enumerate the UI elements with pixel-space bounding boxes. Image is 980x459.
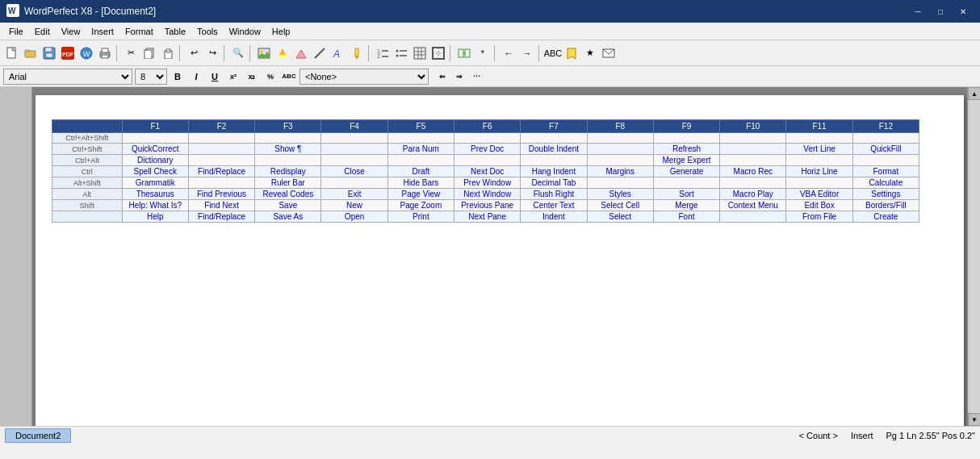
keyboard-shortcut-cell: Refresh — [653, 144, 719, 155]
table-border-button[interactable] — [429, 44, 447, 62]
insert-image-button[interactable] — [255, 44, 273, 62]
close-button[interactable]: ✕ — [953, 4, 974, 19]
toolbar-separator-6 — [450, 45, 453, 61]
keyboard-shortcut-cell: Sort — [653, 189, 719, 200]
publish-button[interactable]: W — [77, 44, 95, 62]
keyboard-shortcut-cell — [852, 133, 919, 144]
bold-button[interactable]: B — [170, 69, 186, 84]
keyboard-shortcut-cell: New — [321, 200, 387, 211]
svg-rect-7 — [45, 48, 52, 52]
svg-line-25 — [315, 48, 325, 58]
arrow-left-button[interactable]: ← — [500, 44, 517, 62]
eraser-button[interactable] — [292, 44, 310, 62]
keyboard-shortcut-cell: QuickFill — [852, 144, 919, 155]
save-button[interactable] — [40, 44, 58, 62]
marker-button[interactable] — [348, 44, 366, 62]
keyboard-shortcut-cell — [852, 155, 919, 166]
keyboard-shortcut-cell: Close — [321, 166, 387, 177]
redo-button[interactable]: ↪ — [203, 44, 221, 62]
scroll-track[interactable] — [968, 100, 980, 413]
menu-item-tools[interactable]: Tools — [191, 24, 224, 39]
title-bar: W WordPerfect X8 - [Document2] ─ □ ✕ — [0, 0, 980, 23]
find-button[interactable]: 🔍 — [229, 44, 247, 62]
copy-button[interactable] — [140, 44, 158, 62]
menu-item-format[interactable]: Format — [119, 24, 159, 39]
bookmark-button[interactable] — [563, 44, 580, 62]
font-selector[interactable]: Arial — [3, 69, 132, 85]
highlighter-button[interactable] — [274, 44, 291, 62]
menu-item-edit[interactable]: Edit — [29, 24, 56, 39]
list-ordered-button[interactable]: 1.2. — [374, 44, 392, 62]
table-row: HelpFind/ReplaceSave AsOpenPrintNext Pan… — [52, 211, 919, 223]
italic-button[interactable]: I — [188, 69, 204, 84]
keyboard-shortcut-cell: Save As — [255, 211, 321, 223]
table-row: ShiftHelp: What Is?Find NextSaveNewPage … — [52, 200, 919, 211]
svg-rect-14 — [102, 48, 108, 52]
scroll-down-button[interactable]: ▼ — [968, 413, 980, 426]
table-fkey-header-F7: F7 — [521, 120, 587, 133]
text-art-button[interactable]: A — [329, 44, 347, 62]
keyboard-shortcut-cell: Open — [321, 211, 387, 223]
envelope-button[interactable] — [600, 44, 618, 62]
macro-button[interactable]: * — [474, 44, 492, 62]
keyboard-shortcut-cell: Format — [852, 166, 919, 177]
modifier-cell: Ctrl — [52, 166, 123, 177]
format-more-button[interactable]: % — [262, 69, 279, 84]
pdf-button[interactable]: PDF — [59, 44, 77, 62]
indent-right-button[interactable]: ⇒ — [451, 69, 467, 84]
menu-item-view[interactable]: View — [56, 24, 86, 39]
menu-item-help[interactable]: Help — [266, 24, 296, 39]
spell-button[interactable]: ABC — [544, 44, 562, 62]
keyboard-shortcut-cell: From File — [786, 211, 852, 223]
toolbar: PDF W ✂ ↩ ↪ 🔍 A 1.2. — [0, 40, 980, 66]
modifier-cell: Alt+Shift — [52, 177, 123, 189]
paste-button[interactable] — [159, 44, 177, 62]
svg-marker-23 — [279, 48, 286, 55]
keyboard-shortcut-cell: Vert Line — [786, 144, 852, 155]
minimize-button[interactable]: ─ — [907, 4, 928, 19]
keyboard-shortcuts-table: F1F2F3F4F5F6F7F8F9F10F11F12 Ctrl+Alt+Shi… — [52, 119, 919, 223]
undo-button[interactable]: ↩ — [185, 44, 203, 62]
print-button[interactable] — [96, 44, 114, 62]
menu-item-insert[interactable]: Insert — [86, 24, 119, 39]
scroll-bar[interactable]: ▲ ▼ — [967, 87, 980, 426]
keyboard-shortcut-cell: Select — [587, 211, 653, 223]
star-button[interactable]: ★ — [581, 44, 599, 62]
document-tab[interactable]: Document2 — [5, 428, 71, 443]
arrow-right-button[interactable]: → — [518, 44, 536, 62]
cut-button[interactable]: ✂ — [122, 44, 140, 62]
table-insert-button[interactable] — [411, 44, 429, 62]
svg-rect-8 — [46, 53, 52, 57]
keyboard-shortcut-cell: Reveal Codes — [255, 189, 321, 200]
maximize-button[interactable]: □ — [930, 4, 951, 19]
subscript-button[interactable]: x₂ — [244, 69, 260, 84]
document-page: F1F2F3F4F5F6F7F8F9F10F11F12 Ctrl+Alt+Shi… — [36, 95, 964, 426]
keyboard-shortcut-cell: Spell Check — [122, 166, 188, 177]
open-button[interactable] — [22, 44, 40, 62]
scroll-up-button[interactable]: ▲ — [968, 87, 980, 100]
app-icon: W — [6, 4, 19, 19]
keyboard-shortcut-cell — [720, 211, 786, 223]
keyboard-shortcut-cell: Hide Bars — [387, 177, 454, 189]
draw-line-button[interactable] — [311, 44, 329, 62]
svg-rect-37 — [414, 48, 425, 59]
list-bullet-button[interactable] — [392, 44, 410, 62]
keyboard-shortcut-cell: Page View — [387, 189, 454, 200]
abc-button[interactable]: ABC — [281, 69, 297, 84]
menu-item-window[interactable]: Window — [224, 24, 266, 39]
indent-left-button[interactable]: ⇐ — [434, 69, 450, 84]
superscript-button[interactable]: x² — [225, 69, 241, 84]
keyboard-shortcut-cell: Calculate — [852, 177, 919, 189]
menu-item-file[interactable]: File — [3, 24, 29, 39]
new-button[interactable] — [3, 44, 21, 62]
svg-rect-27 — [355, 48, 358, 56]
keyboard-shortcut-cell: Find Previous — [188, 189, 254, 200]
style-selector[interactable]: <None> — [299, 69, 429, 85]
underline-button[interactable]: U — [207, 69, 223, 84]
more-format-button[interactable]: ⋯ — [468, 69, 484, 84]
keyboard-shortcut-cell — [587, 155, 653, 166]
merge-button[interactable] — [455, 44, 473, 62]
menu-item-table[interactable]: Table — [159, 24, 191, 39]
table-row: Ctrl+AltDictionaryMerge Expert — [52, 155, 919, 166]
font-size-selector[interactable]: 8 — [135, 69, 167, 85]
